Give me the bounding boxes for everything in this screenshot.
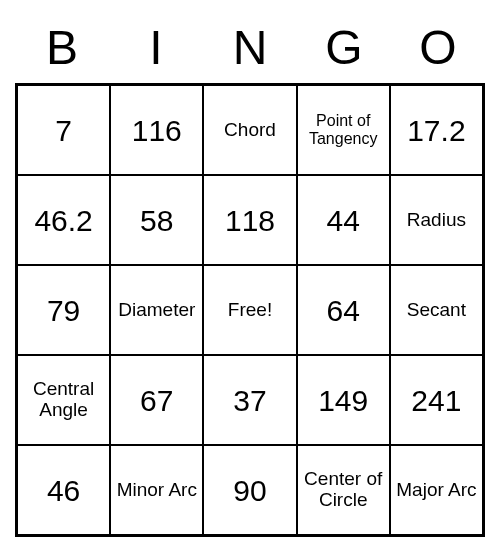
bingo-cell[interactable]: Point of Tangency xyxy=(297,85,390,175)
header-n: N xyxy=(203,20,297,75)
header-g: G xyxy=(297,20,391,75)
bingo-cell[interactable]: 37 xyxy=(203,355,296,445)
header-b: B xyxy=(15,20,109,75)
bingo-cell[interactable]: Free! xyxy=(203,265,296,355)
bingo-cell[interactable]: 58 xyxy=(110,175,203,265)
bingo-cell[interactable]: Chord xyxy=(203,85,296,175)
bingo-cell[interactable]: 44 xyxy=(297,175,390,265)
bingo-cell[interactable]: 149 xyxy=(297,355,390,445)
bingo-cell[interactable]: 90 xyxy=(203,445,296,535)
header-o: O xyxy=(391,20,485,75)
bingo-cell[interactable]: 17.2 xyxy=(390,85,483,175)
bingo-cell[interactable]: Radius xyxy=(390,175,483,265)
bingo-cell[interactable]: Secant xyxy=(390,265,483,355)
bingo-grid: 7116ChordPoint of Tangency17.246.2581184… xyxy=(15,83,485,537)
bingo-cell[interactable]: Center of Circle xyxy=(297,445,390,535)
bingo-cell[interactable]: 79 xyxy=(17,265,110,355)
bingo-cell[interactable]: Minor Arc xyxy=(110,445,203,535)
bingo-cell[interactable]: 67 xyxy=(110,355,203,445)
bingo-cell[interactable]: 7 xyxy=(17,85,110,175)
bingo-cell[interactable]: 241 xyxy=(390,355,483,445)
bingo-card: B I N G O 7116ChordPoint of Tangency17.2… xyxy=(15,20,485,537)
header-i: I xyxy=(109,20,203,75)
bingo-cell[interactable]: Major Arc xyxy=(390,445,483,535)
bingo-cell[interactable]: Central Angle xyxy=(17,355,110,445)
bingo-header-row: B I N G O xyxy=(15,20,485,75)
bingo-cell[interactable]: Diameter xyxy=(110,265,203,355)
bingo-cell[interactable]: 46.2 xyxy=(17,175,110,265)
bingo-cell[interactable]: 116 xyxy=(110,85,203,175)
bingo-cell[interactable]: 46 xyxy=(17,445,110,535)
bingo-cell[interactable]: 118 xyxy=(203,175,296,265)
bingo-cell[interactable]: 64 xyxy=(297,265,390,355)
